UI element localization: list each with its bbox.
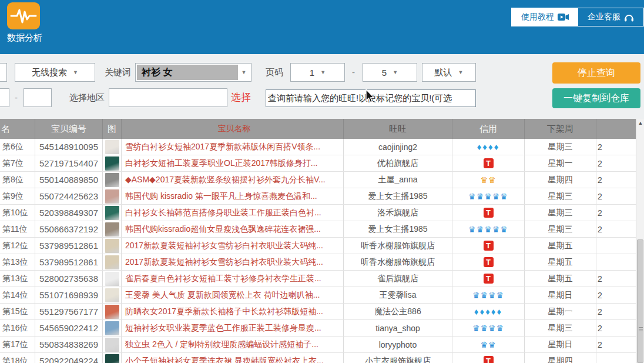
topbar: 数据分析 使用教程 企业客服 [0, 0, 644, 54]
range-to-input[interactable] [24, 88, 52, 107]
product-name-cell[interactable]: 小个子短袖衬衫女夏季连衣裙 显瘦韩版宽松衬衣上衣... [122, 353, 344, 363]
thumbnail-cell[interactable] [103, 320, 122, 336]
product-thumbnail[interactable] [105, 189, 119, 204]
table-row[interactable]: 第15位551297567177防晒衣女2017夏季新款长袖格子中长款衬衫韩版短… [0, 304, 636, 320]
thumbnail-cell[interactable] [103, 155, 122, 171]
product-thumbnail[interactable] [105, 321, 119, 335]
search-type-dropdown[interactable]: 无线搜索 ▼ [15, 63, 95, 82]
page-to-dropdown[interactable]: 5 ▼ [363, 63, 417, 82]
thumbnail-cell[interactable] [103, 139, 122, 155]
thumbnail-cell[interactable] [103, 172, 122, 188]
tutorial-button[interactable]: 使用教程 [512, 8, 578, 26]
header-wangwang[interactable]: 旺旺 [344, 119, 452, 139]
item-id-cell: 551071698939 [35, 287, 103, 303]
product-thumbnail[interactable] [105, 206, 119, 220]
product-thumbnail[interactable] [105, 305, 119, 319]
product-thumbnail[interactable] [105, 222, 119, 237]
thumbnail-cell[interactable] [103, 205, 122, 221]
thumbnail-cell[interactable] [103, 188, 122, 204]
crown-blue-icon: ♛♛ [480, 340, 496, 349]
product-thumbnail[interactable] [105, 156, 119, 171]
wangwang-cell: caojinjing2 [344, 139, 452, 155]
table-row[interactable]: 第14位551071698939王雯馨 美人气质 夏新款圆领宽松上衣 荷叶边喇叭… [0, 287, 636, 304]
product-thumbnail[interactable] [105, 173, 119, 187]
thumbnail-cell[interactable] [103, 337, 122, 352]
product-thumbnail[interactable] [105, 239, 119, 253]
header-rank[interactable]: 名 [0, 119, 35, 139]
header-image[interactable]: 图 [103, 119, 122, 139]
table-row[interactable]: 第10位520398849307白衬衫女长袖韩范百搭修身职业装工作服正装白色衬.… [0, 205, 636, 221]
header-week[interactable]: 下架周 [525, 119, 596, 139]
product-thumbnail[interactable] [105, 338, 119, 352]
product-name-cell[interactable]: 2017新款夏装短袖衬衫女雪纺衫白衬衣职业装大码纯... [122, 254, 344, 270]
diamond-icon: ♦♦♦♦♦ [474, 307, 502, 317]
wangwang-cell: 听香水榭服饰旗舰店 [344, 254, 452, 270]
support-button[interactable]: 企业客服 [578, 8, 643, 26]
search-type-value: 无线搜索 [32, 67, 67, 78]
product-name-cell[interactable]: 雪纺白衬衫女短袖2017夏季新款韩版休闲百搭V领条... [122, 139, 344, 155]
stop-query-button[interactable]: 停止查询 [552, 62, 640, 84]
product-thumbnail[interactable] [105, 354, 119, 363]
product-name-cell[interactable]: 白衬衫女短袖工装夏季职业OL正装2017韩版修身打... [122, 155, 344, 171]
product-name-cell[interactable]: ◆ASM◆2017夏装新款竖条纹裙摆衬衫外套九分长袖V... [122, 172, 344, 188]
table-row[interactable]: 第6位545148910095雪纺白衬衫女短袖2017夏季新款韩版休闲百搭V领条… [0, 139, 636, 155]
thumbnail-cell[interactable] [103, 221, 122, 237]
copy-to-warehouse-button[interactable]: 一键复制到仓库 [552, 88, 640, 108]
table-header-row: 名 宝贝编号 图 宝贝名称 旺旺 信用 下架周 [0, 119, 636, 139]
product-name-cell[interactable]: 雀后春夏白色衬衫女短袖工装寸衫修身衬衣学生正装... [122, 271, 344, 287]
scroll-up-icon[interactable]: ▲ [636, 120, 644, 126]
sort-dropdown[interactable]: 默认 ▼ [422, 63, 476, 82]
table-row[interactable]: 第11位550666372192韩国代购kissradio超仙女显瘦浅色飘逸碎花… [0, 221, 636, 238]
region-select-button[interactable]: 选择 [231, 88, 251, 107]
wangwang-cell: 优柏旗舰店 [344, 155, 452, 171]
product-name-cell[interactable]: 王雯馨 美人气质 夏新款圆领宽松上衣 荷叶边喇叭袖... [122, 287, 344, 303]
table-row[interactable]: 第8位550140889850◆ASM◆2017夏装新款竖条纹裙摆衬衫外套九分长… [0, 172, 636, 188]
vertical-scrollbar[interactable]: ▲ [636, 119, 644, 363]
thumbnail-cell[interactable] [103, 254, 122, 270]
product-name-cell[interactable]: 短袖衬衫女职业装夏季蓝色工作服正装工装修身显瘦... [122, 320, 344, 336]
product-thumbnail[interactable] [105, 140, 119, 154]
table-row[interactable]: 第12位5379895128612017新款夏装短袖衬衫女雪纺衫白衬衣职业装大码… [0, 238, 636, 254]
item-id-cell: 528002735638 [35, 271, 103, 287]
credit-cell: ♛♛ [452, 337, 525, 352]
product-name-cell[interactable]: 防晒衣女2017夏季新款长袖格子中长款衬衫韩版短袖... [122, 304, 344, 319]
table-row[interactable]: 第17位550834838269独立虫 2色入 / 定制特别纹理质感蝙蝠设计感短… [0, 337, 636, 353]
header-date[interactable] [596, 119, 636, 139]
header-name[interactable]: 宝贝名称 [122, 119, 344, 139]
table-row[interactable]: 第16位545659022412短袖衬衫女职业装夏季蓝色工作服正装工装修身显瘦.… [0, 320, 636, 337]
product-thumbnail[interactable] [105, 272, 119, 286]
product-name-cell[interactable]: 白衬衫女长袖韩范百搭修身职业装工作服正装白色衬... [122, 205, 344, 221]
product-name-cell[interactable]: 韩国代购kissradio超仙女显瘦浅色飘逸碎花连衣裙强... [122, 221, 344, 237]
thumbnail-cell[interactable] [103, 353, 122, 363]
product-thumbnail[interactable] [105, 288, 119, 302]
table-row[interactable]: 第9位550724425623韩国代购 kissradio 第一眼平凡上身惊喜燕… [0, 188, 636, 205]
clipped-control-left-top[interactable] [0, 63, 7, 82]
credit-cell: T [452, 254, 525, 270]
thumbnail-cell[interactable] [103, 287, 122, 303]
week-cell: 星期四 [525, 172, 596, 188]
page-from-dropdown[interactable]: 1 ▼ [290, 63, 345, 82]
keyword-combobox[interactable]: 衬衫 女 ▼ [135, 63, 251, 82]
table-row[interactable]: 第18位520922049224小个子短袖衬衫女夏季连衣裙 显瘦韩版宽松衬衣上衣… [0, 353, 636, 363]
product-name-cell[interactable]: 韩国代购 kissradio 第一眼平凡上身惊喜燕麦色温和... [122, 188, 344, 204]
tmall-icon: T [484, 257, 494, 267]
product-name-cell[interactable]: 2017新款夏装短袖衬衫女雪纺衫白衬衣职业装大码纯... [122, 238, 344, 254]
wangwang-cell: 洛禾旗舰店 [344, 205, 452, 221]
week-cell: 星期日 [525, 287, 596, 303]
scrollbar-thumb[interactable] [637, 239, 643, 363]
thumbnail-cell[interactable] [103, 304, 122, 319]
thumbnail-cell[interactable] [103, 238, 122, 254]
product-name-cell[interactable]: 独立虫 2色入 / 定制特别纹理质感蝙蝠设计感短袖子... [122, 337, 344, 352]
range-from-input[interactable] [0, 88, 9, 107]
header-credit[interactable]: 信用 [452, 119, 525, 139]
product-thumbnail[interactable] [105, 255, 119, 269]
week-cell: 星期五 [525, 254, 596, 270]
table-row[interactable]: 第7位527197154407白衬衫女短袖工装夏季职业OL正装2017韩版修身打… [0, 155, 636, 172]
table-row[interactable]: 第13位5379895128612017新款夏装短袖衬衫女雪纺衫白衬衣职业装大码… [0, 254, 636, 271]
thumbnail-cell[interactable] [103, 271, 122, 287]
rank-cell: 第10位 [0, 205, 35, 221]
wangwang-input[interactable]: 查询前请输入您的旺旺!以便标记您的宝贝!(可选 [266, 89, 476, 107]
region-input[interactable] [109, 88, 227, 107]
header-item-id[interactable]: 宝贝编号 [35, 119, 103, 139]
table-row[interactable]: 第13位528002735638雀后春夏白色衬衫女短袖工装寸衫修身衬衣学生正装.… [0, 271, 636, 287]
